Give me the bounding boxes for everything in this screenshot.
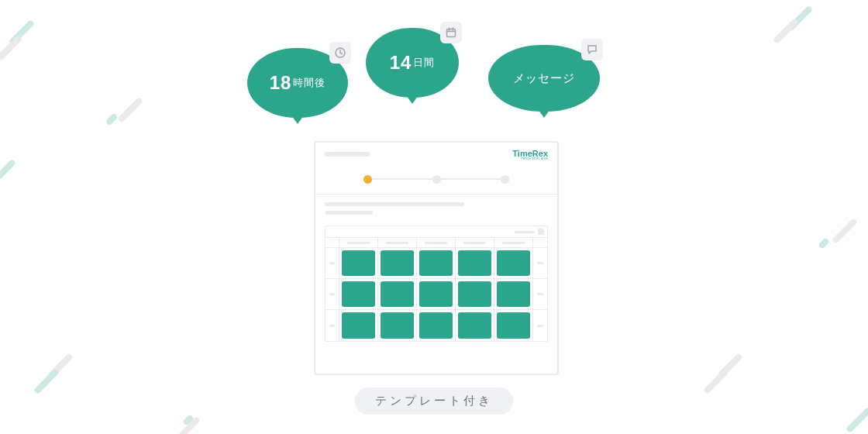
progress-stepper — [363, 174, 509, 184]
calendar-preview-panel: TimeRex PRODUCED BY MIXIN — [314, 141, 559, 375]
panel-header: TimeRex PRODUCED BY MIXIN — [315, 143, 557, 195]
calendar-row — [326, 248, 547, 279]
calendar-toolbar — [326, 226, 547, 238]
bubble-days: 14 日間 — [366, 28, 459, 98]
decorative-stripe — [117, 97, 143, 123]
template-badge: テンプレート付き — [355, 388, 513, 415]
calendar-slot — [419, 250, 453, 276]
calendar-slot — [342, 250, 375, 276]
calendar-slot — [497, 312, 530, 339]
panel-body — [315, 195, 557, 351]
calendar-slot — [497, 281, 530, 307]
svg-rect-1 — [447, 29, 456, 37]
bubble-message: メッセージ — [488, 45, 600, 112]
calendar-slot — [458, 250, 491, 276]
step-dot-2 — [432, 175, 441, 184]
calendar-slot — [458, 281, 491, 307]
calendar-slot — [419, 281, 453, 307]
bubble-message-text: メッセージ — [513, 71, 575, 86]
calendar-grid — [325, 226, 548, 342]
bubble-time-suffix: 時間後 — [293, 76, 326, 90]
calendar-header-row — [326, 238, 547, 248]
chat-icon — [581, 39, 603, 60]
clock-icon — [329, 42, 351, 64]
brand-logo: TimeRex PRODUCED BY MIXIN — [512, 149, 548, 160]
placeholder-line — [325, 211, 373, 215]
decorative-stripe — [773, 18, 799, 44]
calendar-slot — [381, 312, 414, 339]
decorative-stripe — [832, 218, 858, 244]
calendar-slot — [381, 281, 414, 307]
decorative-stripe — [0, 159, 16, 185]
decorative-stripe — [33, 368, 60, 394]
calendar-slot — [342, 281, 375, 307]
decorative-stripe — [818, 237, 830, 250]
header-placeholder — [325, 152, 370, 157]
bubble-time-number: 18 — [270, 72, 292, 94]
bubble-days-number: 14 — [390, 52, 412, 74]
calendar-row — [326, 279, 547, 310]
calendar-icon — [440, 22, 462, 43]
bubble-time: 18 時間後 — [247, 48, 348, 118]
calendar-slot — [458, 312, 491, 339]
step-dot-3 — [501, 175, 509, 184]
decorative-stripe — [703, 368, 729, 394]
calendar-row — [326, 310, 547, 341]
bubble-days-suffix: 日間 — [413, 56, 435, 70]
decorative-stripe — [846, 407, 868, 433]
calendar-slot — [342, 312, 375, 339]
step-dot-1 — [363, 175, 372, 184]
calendar-slot — [381, 250, 414, 276]
calendar-slot — [497, 250, 530, 276]
placeholder-line — [325, 202, 464, 206]
calendar-slot — [419, 312, 453, 339]
decorative-stripe — [105, 113, 119, 126]
